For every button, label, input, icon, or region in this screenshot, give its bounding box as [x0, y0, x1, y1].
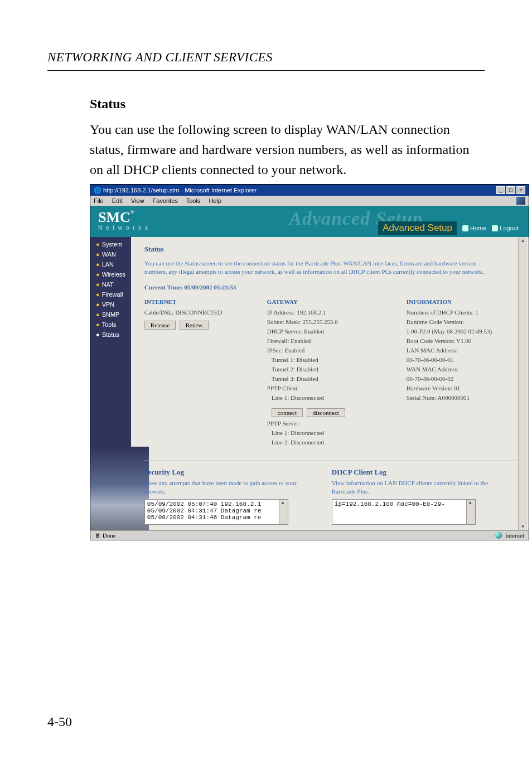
seclog-scrollbar[interactable] [279, 500, 288, 524]
dhcplog-scrollbar[interactable] [466, 500, 475, 524]
internet-cable: Cable/DSL: DISCONNECTED [144, 308, 234, 317]
sidebar: ●System ●WAN ●LAN ●Wireless ●NAT ●Firewa… [90, 237, 131, 530]
seclog-line3: 05/09/2002 04:31:46 Datagram re [147, 514, 286, 521]
gateway-pptp-server: PPTP Server: [267, 419, 373, 428]
gateway-dhcp: DHCP Server: Enabled [267, 327, 373, 336]
status-internet: Internet [505, 532, 524, 539]
internet-column: INTERNET Cable/DSL: DISCONNECTED Release… [144, 297, 234, 448]
info-hw: Hardware Version: 01 [407, 384, 518, 393]
info-wanmac-val: 00-70-46-00-00-02 [407, 374, 518, 384]
sidebar-item-wireless[interactable]: ●Wireless [90, 269, 131, 279]
header-rule [47, 70, 485, 71]
gateway-heading: GATEWAY [267, 297, 373, 307]
window-titlebar: 🌐 http://192.168.2.1/setup.stm - Microso… [90, 184, 529, 196]
dhcp-log-desc: View information on LAN DHCP clients cur… [332, 479, 499, 496]
disconnect-button[interactable]: disconnect [307, 408, 345, 417]
sidebar-item-vpn[interactable]: ●VPN [90, 299, 131, 309]
info-bootcode: Boot Code Version: V1.00 [407, 336, 518, 346]
advanced-setup-label: Advanced Setup [378, 221, 457, 235]
gateway-srv-line2: Line 2: Disconnected [272, 438, 373, 447]
security-log-desc: View any attempts that have been made to… [144, 479, 312, 496]
status-done: 🗎 Done [95, 532, 116, 539]
browser-statusbar: 🗎 Done Internet [90, 530, 529, 540]
gateway-tunnel2: Tunnel 2: Disabled [272, 365, 373, 374]
gateway-pptp-client: PPTP Client: [267, 384, 373, 393]
renew-button[interactable]: Renew [180, 321, 209, 330]
gateway-firewall: Firewall: Enabled [267, 336, 373, 346]
current-time: Current Time: 05/09/2002 05:23:53 [144, 284, 518, 291]
info-runtime: Runtime Code Version: [407, 317, 518, 327]
sidebar-item-firewall[interactable]: ●Firewall [90, 289, 131, 299]
smc-logo-sub: N e t w o r k s [98, 225, 149, 231]
connect-button[interactable]: connect [272, 408, 303, 417]
internet-heading: INTERNET [144, 297, 234, 307]
info-lanmac-val: 00-70-46-00-00-01 [407, 355, 518, 365]
security-log-heading: Security Log [144, 468, 312, 477]
maximize-button[interactable]: □ [506, 186, 515, 194]
ie-logo-icon [516, 197, 525, 205]
sidebar-item-status[interactable]: ●Status [90, 330, 131, 340]
gateway-ip: IP Address: 192.168.2.1 [267, 308, 373, 317]
sidebar-item-system[interactable]: ●System [90, 239, 131, 249]
gateway-column: GATEWAY IP Address: 192.168.2.1 Subnet M… [267, 297, 373, 448]
status-heading: Status [144, 245, 518, 254]
chapter-header: NETWORKING AND CLIENT SERVICES [47, 50, 485, 65]
dhcp-log-section: DHCP Client Log View information on LAN … [332, 468, 499, 525]
window-title: 🌐 http://192.168.2.1/setup.stm - Microso… [94, 187, 257, 194]
menu-favorites[interactable]: Favorites [153, 197, 178, 204]
menu-help[interactable]: Help [209, 197, 221, 204]
sidebar-item-lan[interactable]: ●LAN [90, 259, 131, 269]
menu-view[interactable]: View [131, 197, 144, 204]
smc-logo: SMC® [98, 209, 134, 226]
content-divider [144, 461, 518, 461]
dhcp-log-box[interactable]: ip=192.168.2.100 mac=00-E0-29- [332, 499, 476, 525]
info-wanmac: WAN MAC Address: [407, 365, 518, 374]
dhcplog-line1: ip=192.168.2.100 mac=00-E0-29- [335, 501, 473, 507]
body-paragraph: You can use the following screen to disp… [90, 119, 485, 180]
close-button[interactable]: × [516, 186, 525, 194]
information-column: INFORMATION Numbers of DHCP Clients: 1 R… [407, 297, 518, 448]
section-title: Status [90, 96, 485, 112]
info-runtime-val: 1.00-P2.0 (May 08 2002 02:49:53) [407, 327, 518, 336]
screenshot: 🌐 http://192.168.2.1/setup.stm - Microso… [90, 184, 529, 540]
home-icon [462, 225, 468, 231]
gateway-pptp-line1: Line 1: Disconnected [272, 393, 373, 403]
seclog-line2: 05/09/2002 04:31:47 Datagram re [147, 507, 286, 514]
home-link[interactable]: Home [462, 225, 486, 231]
app-header: SMC® N e t w o r k s Advanced Setup Adva… [90, 206, 529, 237]
gateway-tunnel3: Tunnel 3: Disabled [272, 374, 373, 384]
security-log-section: Security Log View any attempts that have… [144, 468, 312, 525]
internet-zone-icon [495, 532, 502, 539]
logout-icon [492, 225, 498, 231]
menu-tools[interactable]: Tools [186, 197, 201, 204]
security-log-box[interactable]: 05/09/2002 05:07:40 192.168.2.1 05/09/20… [144, 499, 288, 525]
content-pane: Status You can use the Status screen to … [131, 237, 529, 530]
seclog-line1: 05/09/2002 05:07:40 192.168.2.1 [147, 501, 286, 507]
gateway-mask: Subnet Mask: 255.255.255.0 [267, 317, 373, 327]
dhcp-log-heading: DHCP Client Log [332, 468, 499, 477]
gateway-ipsec: IPSec: Enabled [267, 346, 373, 355]
status-intro: You can use the Status screen to see the… [144, 259, 490, 276]
sidebar-item-nat[interactable]: ●NAT [90, 279, 131, 289]
menu-file[interactable]: File [94, 197, 104, 204]
information-heading: INFORMATION [407, 297, 518, 307]
info-serial: Serial Num: A000000001 [407, 393, 518, 403]
menu-edit[interactable]: Edit [112, 197, 123, 204]
page-number: 4-50 [47, 714, 72, 729]
content-scrollbar[interactable] [518, 237, 527, 530]
logout-link[interactable]: Logout [492, 225, 519, 231]
info-lanmac: LAN MAC Address: [407, 346, 518, 355]
sidebar-item-snmp[interactable]: ●SNMP [90, 309, 131, 320]
minimize-button[interactable]: _ [496, 186, 505, 194]
release-button[interactable]: Release [144, 321, 176, 330]
sidebar-item-tools[interactable]: ●Tools [90, 320, 131, 330]
info-dhcp-clients: Numbers of DHCP Clients: 1 [407, 308, 518, 317]
sidebar-item-wan[interactable]: ●WAN [90, 249, 131, 259]
browser-menubar: File Edit View Favorites Tools Help [90, 196, 529, 206]
gateway-srv-line1: Line 1: Disconnected [272, 428, 373, 438]
gateway-tunnel1: Tunnel 1: Disabled [272, 355, 373, 365]
